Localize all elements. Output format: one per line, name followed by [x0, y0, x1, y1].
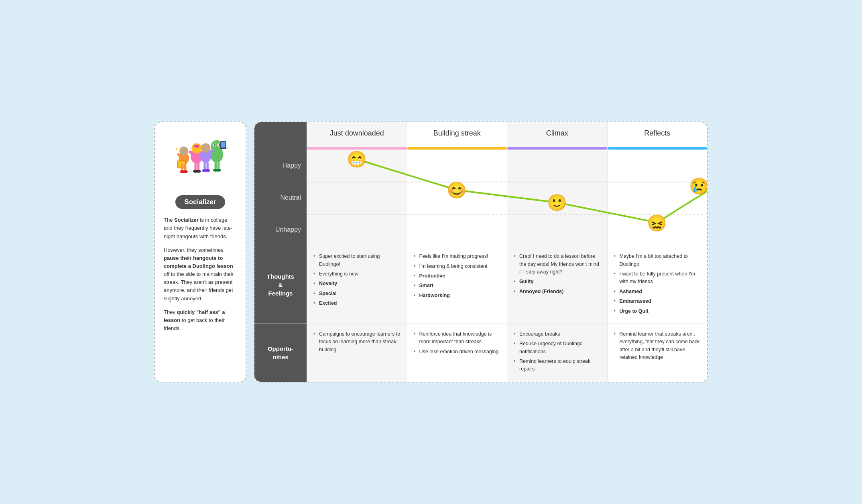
thoughts-cell-1: Feels like I'm making progress! I'm lear…	[407, 246, 507, 324]
svg-rect-20	[181, 164, 183, 171]
list-item: Super excited to start using Duolingo!	[313, 253, 401, 268]
list-item: Reinforce idea that knowledge is more im…	[414, 330, 501, 346]
left-panel: ✦ ✦ Socializer The Socializer is in coll…	[154, 121, 246, 383]
list-item: Novelty	[313, 280, 401, 287]
opportunities-cell-0: Campaigns to encourage learners to focus…	[307, 324, 407, 382]
persona-name: Socializer	[184, 198, 216, 206]
phase-header-just-downloaded: Just downloaded	[307, 122, 407, 150]
emoji-phase-2: 🙂	[547, 194, 567, 211]
outer-wrapper: ✦ ✦ Socializer The Socializer is in coll…	[154, 121, 708, 383]
phase-header-building-streak: Building streak	[407, 122, 507, 150]
list-item: I want to be fully present when I'm with…	[614, 270, 701, 286]
emotion-labels: Happy Neutral Unhappy	[254, 150, 307, 246]
header-row: Just downloaded Building streak Climax R…	[254, 122, 707, 150]
list-item: Embarrassed	[614, 298, 701, 305]
header-phases: Just downloaded Building streak Climax R…	[307, 122, 707, 150]
opportunities-label: Opportu-nities	[268, 344, 293, 361]
svg-rect-22	[214, 162, 216, 170]
thoughts-feelings-row: Thoughts&Feelings Super excited to start…	[254, 246, 707, 324]
right-panel: Just downloaded Building streak Climax R…	[254, 121, 708, 383]
emotion-row: Happy Neutral Unhappy	[254, 150, 707, 246]
svg-point-31	[216, 169, 221, 172]
opportunities-label-cell: Opportu-nities	[254, 324, 307, 382]
list-item: Productive	[414, 272, 501, 280]
phase-label: Reflects	[644, 129, 670, 138]
opportunities-cell-2: Encourage breaks Reduce urgency of Duoli…	[507, 324, 607, 382]
list-item: Feels like I'm making progress!	[414, 253, 501, 260]
list-item: Reduce urgency of Duolingo notifications	[514, 340, 601, 356]
persona-illustration: ✦ ✦	[164, 132, 237, 188]
list-item: Annoyed (Friends)	[514, 288, 601, 296]
opportunities-cell-1: Reinforce idea that knowledge is more im…	[407, 324, 507, 382]
opportunities-cells: Campaigns to encourage learners to focus…	[307, 324, 707, 382]
opportunities-cell-3: Remind learner that streaks aren't every…	[607, 324, 707, 382]
emoji-end: 😢	[689, 178, 708, 194]
list-item: Encourage breaks	[514, 330, 601, 338]
persona-description: The Socializer is in college, and they f…	[164, 216, 237, 332]
opportunities-row: Opportu-nities Campaigns to encourage le…	[254, 324, 707, 382]
svg-text:✦: ✦	[175, 147, 178, 152]
list-item: Guilty	[514, 278, 601, 285]
svg-rect-17	[197, 163, 199, 171]
svg-rect-15	[221, 142, 226, 148]
svg-rect-18	[203, 162, 205, 170]
phase-label: Just downloaded	[330, 129, 384, 138]
svg-rect-21	[184, 164, 186, 171]
list-item: Remind learner that streaks aren't every…	[614, 330, 701, 362]
svg-rect-16	[194, 163, 196, 171]
emoji-phase-3: 😖	[647, 215, 667, 231]
list-item: Hardworking	[414, 292, 501, 300]
svg-point-29	[205, 169, 210, 172]
svg-point-5	[219, 144, 220, 146]
list-item: Use less-emotion driven messaging	[414, 348, 501, 356]
phase-label: Building streak	[433, 129, 481, 138]
journey-map: Just downloaded Building streak Climax R…	[254, 122, 707, 382]
emotion-label-neutral: Neutral	[280, 194, 301, 201]
list-item: Ashamed	[614, 288, 701, 296]
thoughts-label-cell: Thoughts&Feelings	[254, 246, 307, 324]
svg-point-4	[214, 144, 216, 146]
list-item: Crap! I need to do a lesson before the d…	[514, 253, 601, 276]
svg-point-27	[196, 170, 201, 173]
emotion-chart-area: 😁 😊 🙂 😖 😢	[307, 150, 707, 246]
list-item: Special	[313, 290, 401, 298]
svg-point-25	[183, 170, 188, 173]
phase-label: Climax	[546, 129, 568, 138]
list-item: Campaigns to encourage learners to focus…	[313, 330, 401, 354]
list-item: Urge to Quit	[614, 308, 701, 315]
svg-rect-23	[218, 162, 220, 170]
thoughts-label: Thoughts&Feelings	[267, 272, 294, 298]
emotion-label-happy: Happy	[283, 162, 301, 169]
phase-header-reflects: Reflects	[607, 122, 707, 150]
header-label-cell	[254, 122, 307, 150]
thoughts-cell-0: Super excited to start using Duolingo! E…	[307, 246, 407, 324]
list-item: Excited	[313, 300, 401, 307]
emoji-phase-0: 😁	[347, 151, 367, 167]
list-item: Remind learners to equip streak repairs	[514, 358, 601, 373]
phase-header-climax: Climax	[507, 122, 607, 150]
thoughts-cells: Super excited to start using Duolingo! E…	[307, 246, 707, 324]
thoughts-cell-3: Maybe I'm a bit too attached to Duolingo…	[607, 246, 707, 324]
list-item: Everything is new	[313, 270, 401, 278]
svg-point-12	[179, 147, 188, 156]
svg-rect-8	[194, 145, 199, 148]
thoughts-cell-2: Crap! I need to do a lesson before the d…	[507, 246, 607, 324]
persona-badge: Socializer	[175, 195, 225, 209]
emotion-label-unhappy: Unhappy	[275, 226, 301, 233]
svg-rect-19	[206, 162, 208, 170]
list-item: Smart	[414, 282, 501, 289]
svg-text:✦: ✦	[226, 146, 229, 150]
list-item: Maybe I'm a bit too attached to Duolingo	[614, 253, 701, 268]
list-item: I'm learning & being consistent	[414, 263, 501, 270]
emoji-phase-1: 😊	[447, 182, 467, 198]
